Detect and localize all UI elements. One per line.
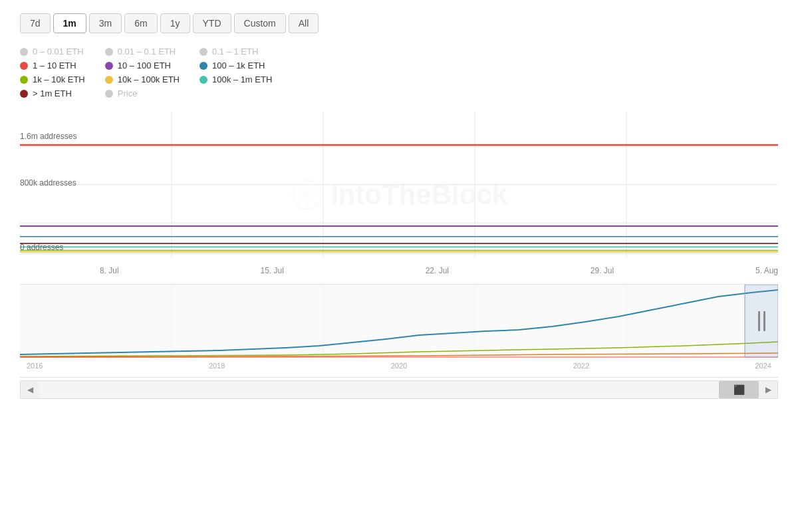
legend-dot — [20, 90, 28, 98]
time-range-selector: 7d1m3m6m1yYTDCustomAll — [20, 13, 778, 33]
time-btn-custom[interactable]: Custom — [234, 13, 286, 33]
time-btn-6m[interactable]: 6m — [124, 13, 157, 33]
main-chart-svg — [20, 112, 778, 257]
x-axis-label: 5. Aug — [755, 266, 778, 275]
legend-item[interactable]: 0.01 – 0.1 ETH — [105, 47, 180, 57]
svg-rect-26 — [758, 311, 760, 331]
legend-label: 10k – 100k ETH — [118, 74, 180, 84]
legend-item[interactable]: 0.1 – 1 ETH — [200, 47, 272, 57]
y-label-bottom: 0 addresses — [20, 243, 63, 252]
svg-rect-25 — [745, 285, 778, 358]
legend-label: 10 – 100 ETH — [118, 61, 171, 70]
legend-item[interactable]: 10 – 100 ETH — [105, 61, 180, 70]
time-btn-all[interactable]: All — [289, 13, 319, 33]
scroll-thumb-icon: ⬛ — [733, 384, 745, 395]
mini-x-label: 2024 — [755, 362, 771, 370]
mini-x-label: 2022 — [573, 362, 589, 370]
legend-item[interactable]: 0 – 0.01 ETH — [20, 47, 85, 57]
time-btn-7d[interactable]: 7d — [20, 13, 51, 33]
y-label-mid: 800k addresses — [20, 178, 76, 188]
legend-label: 1 – 10 ETH — [33, 61, 76, 70]
mini-chart: 20162018202020222024 — [20, 285, 778, 378]
time-btn-3m[interactable]: 3m — [89, 13, 122, 33]
legend-dot — [200, 62, 207, 70]
legend-dot — [20, 48, 28, 56]
scroll-track[interactable]: ⬛ — [39, 381, 759, 398]
scrollbar[interactable]: ◀ ⬛ ▶ — [20, 380, 778, 399]
legend-label: 100 – 1k ETH — [212, 61, 265, 70]
legend-dot — [105, 90, 113, 98]
chart-canvas — [20, 112, 778, 257]
legend-dot — [20, 76, 28, 84]
mini-x-label: 2018 — [209, 362, 225, 370]
mini-x-label: 2016 — [27, 362, 43, 370]
svg-rect-27 — [763, 311, 765, 331]
mini-chart-svg — [20, 285, 778, 358]
legend-dot — [200, 48, 207, 56]
legend-label: 0 – 0.01 ETH — [33, 47, 84, 57]
scroll-left-button[interactable]: ◀ — [21, 381, 39, 398]
legend-dot — [105, 62, 113, 70]
time-btn-1y[interactable]: 1y — [160, 13, 190, 33]
x-axis: 8. Jul15. Jul22. Jul29. Jul5. Aug — [100, 257, 778, 284]
x-axis-label: 15. Jul — [260, 266, 283, 275]
scroll-thumb[interactable]: ⬛ — [719, 381, 759, 398]
main-container: 7d1m3m6m1yYTDCustomAll 0 – 0.01 ETH0.01 … — [0, 0, 798, 532]
legend-dot — [105, 48, 113, 56]
time-btn-1m[interactable]: 1m — [53, 13, 86, 33]
legend-item[interactable]: 10k – 100k ETH — [105, 74, 180, 84]
scroll-right-button[interactable]: ▶ — [759, 381, 777, 398]
chart-legend: 0 – 0.01 ETH0.01 – 0.1 ETH0.1 – 1 ETH1 –… — [20, 47, 272, 98]
legend-item[interactable]: 1 – 10 ETH — [20, 61, 85, 70]
legend-item[interactable]: 100 – 1k ETH — [200, 61, 272, 70]
legend-dot — [20, 62, 28, 70]
y-label-top: 1.6m addresses — [20, 132, 76, 141]
legend-label: 0.01 – 0.1 ETH — [118, 47, 176, 57]
legend-item[interactable]: Price — [105, 88, 180, 98]
x-axis-label: 8. Jul — [100, 266, 119, 275]
legend-label: 100k – 1m ETH — [212, 74, 272, 84]
legend-item[interactable]: 1k – 10k ETH — [20, 74, 85, 84]
mini-x-label: 2020 — [391, 362, 407, 370]
legend-item[interactable]: > 1m ETH — [20, 88, 85, 98]
legend-label: 1k – 10k ETH — [33, 74, 85, 84]
legend-item[interactable]: 100k – 1m ETH — [200, 74, 272, 84]
legend-dot — [105, 76, 113, 84]
legend-dot — [200, 76, 207, 84]
legend-label: Price — [118, 88, 138, 98]
mini-x-axis: 20162018202020222024 — [20, 362, 778, 370]
main-chart-area: IntoTheBlock — [20, 112, 778, 285]
time-btn-ytd[interactable]: YTD — [193, 13, 231, 33]
legend-label: > 1m ETH — [33, 88, 72, 98]
legend-label: 0.1 – 1 ETH — [212, 47, 258, 57]
x-axis-label: 29. Jul — [591, 266, 614, 275]
x-axis-label: 22. Jul — [426, 266, 449, 275]
